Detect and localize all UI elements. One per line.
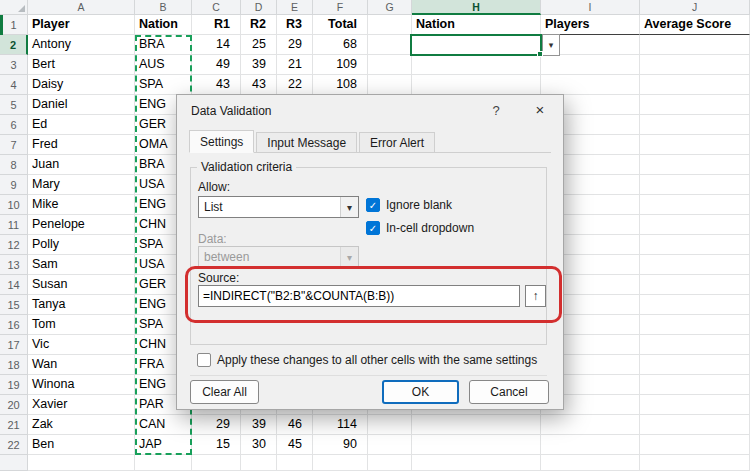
cell-J3[interactable]: [640, 55, 750, 75]
cell-I21[interactable]: [541, 415, 640, 435]
cell-B2[interactable]: BRA: [135, 35, 192, 55]
row-header-2[interactable]: 2: [0, 35, 28, 55]
column-header-F[interactable]: F: [313, 0, 368, 15]
cell-J12[interactable]: [640, 235, 750, 255]
row-header-14[interactable]: 14: [0, 275, 28, 295]
cell-A10[interactable]: Mike: [28, 195, 135, 215]
row-header-19[interactable]: 19: [0, 375, 28, 395]
cell-E21[interactable]: 46: [277, 415, 313, 435]
fill-handle[interactable]: [537, 51, 543, 57]
cell-D21[interactable]: 39: [241, 415, 277, 435]
tab-error-alert[interactable]: Error Alert: [359, 132, 435, 152]
row-header-11[interactable]: 11: [0, 215, 28, 235]
cell-A14[interactable]: Susan: [28, 275, 135, 295]
ignore-blank-checkbox[interactable]: ✓ Ignore blank: [366, 198, 452, 212]
cell-J[interactable]: [640, 455, 750, 471]
cell-C2[interactable]: 14: [192, 35, 241, 55]
cell-F3[interactable]: 109: [313, 55, 368, 75]
cell-G[interactable]: [368, 455, 412, 471]
cell-F2[interactable]: 68: [313, 35, 368, 55]
cell-A5[interactable]: Daniel: [28, 95, 135, 115]
cell-J8[interactable]: [640, 155, 750, 175]
row-header-17[interactable]: 17: [0, 335, 28, 355]
apply-changes-checkbox[interactable]: Apply these changes to all other cells w…: [197, 353, 537, 367]
cell-I22[interactable]: [541, 435, 640, 455]
row-header-6[interactable]: 6: [0, 115, 28, 135]
column-header-B[interactable]: B: [135, 0, 192, 15]
cell-B22[interactable]: JAP: [135, 435, 192, 455]
cell-E[interactable]: [277, 455, 313, 471]
row-header-3[interactable]: 3: [0, 55, 28, 75]
cell-A21[interactable]: Zak: [28, 415, 135, 435]
close-button[interactable]: ×: [529, 100, 551, 120]
cell-A1[interactable]: Player: [28, 15, 135, 35]
row-header-4[interactable]: 4: [0, 75, 28, 95]
cell-J10[interactable]: [640, 195, 750, 215]
cell-B4[interactable]: SPA: [135, 75, 192, 95]
cell-G4[interactable]: [368, 75, 412, 95]
cell-A22[interactable]: Ben: [28, 435, 135, 455]
cell-I3[interactable]: [541, 55, 640, 75]
cell-A20[interactable]: Xavier: [28, 395, 135, 415]
clear-all-button[interactable]: Clear All: [190, 380, 259, 404]
cell-B[interactable]: [135, 455, 192, 471]
cell-H22[interactable]: [412, 435, 541, 455]
cell-J1[interactable]: Average Score: [640, 15, 750, 35]
collapse-dialog-button[interactable]: ↑: [525, 285, 546, 307]
cell-F1[interactable]: Total: [313, 15, 368, 35]
cell-J7[interactable]: [640, 135, 750, 155]
row-header-7[interactable]: 7: [0, 135, 28, 155]
cell-J6[interactable]: [640, 115, 750, 135]
cell-A19[interactable]: Winona: [28, 375, 135, 395]
row-header-18[interactable]: 18: [0, 355, 28, 375]
cell-E2[interactable]: 29: [277, 35, 313, 55]
cell-A4[interactable]: Daisy: [28, 75, 135, 95]
cell-E4[interactable]: 22: [277, 75, 313, 95]
select-all-button[interactable]: [0, 0, 28, 15]
cell-J21[interactable]: [640, 415, 750, 435]
column-header-A[interactable]: A: [28, 0, 135, 15]
cell-H3[interactable]: [412, 55, 541, 75]
cell-D3[interactable]: 39: [241, 55, 277, 75]
column-header-J[interactable]: J: [640, 0, 750, 15]
cell-A6[interactable]: Ed: [28, 115, 135, 135]
cell-I[interactable]: [541, 455, 640, 471]
cell-D1[interactable]: R2: [241, 15, 277, 35]
cell-I4[interactable]: [541, 75, 640, 95]
cell-A13[interactable]: Sam: [28, 255, 135, 275]
cell-G1[interactable]: [368, 15, 412, 35]
cell-H[interactable]: [412, 455, 541, 471]
tab-input-message[interactable]: Input Message: [256, 132, 357, 152]
row-header-16[interactable]: 16: [0, 315, 28, 335]
cell-F22[interactable]: 90: [313, 435, 368, 455]
cell-A9[interactable]: Mary: [28, 175, 135, 195]
row-header-partial[interactable]: [0, 455, 28, 471]
row-header-13[interactable]: 13: [0, 255, 28, 275]
row-header-1[interactable]: 1: [0, 15, 28, 35]
cell-J16[interactable]: [640, 315, 750, 335]
cell-J4[interactable]: [640, 75, 750, 95]
cell-J20[interactable]: [640, 395, 750, 415]
cell-B1[interactable]: Nation: [135, 15, 192, 35]
cell-A[interactable]: [28, 455, 135, 471]
cell-G21[interactable]: [368, 415, 412, 435]
cell-E1[interactable]: R3: [277, 15, 313, 35]
cell-J17[interactable]: [640, 335, 750, 355]
cell-J5[interactable]: [640, 95, 750, 115]
cell-A17[interactable]: Vic: [28, 335, 135, 355]
cell-H21[interactable]: [412, 415, 541, 435]
cell-J11[interactable]: [640, 215, 750, 235]
cell-A7[interactable]: Fred: [28, 135, 135, 155]
cell-A11[interactable]: Penelope: [28, 215, 135, 235]
row-header-12[interactable]: 12: [0, 235, 28, 255]
in-cell-dropdown-button[interactable]: ▾: [542, 34, 560, 56]
row-header-15[interactable]: 15: [0, 295, 28, 315]
cell-H1[interactable]: Nation: [412, 15, 541, 35]
cell-D22[interactable]: 30: [241, 435, 277, 455]
row-header-9[interactable]: 9: [0, 175, 28, 195]
help-button[interactable]: ?: [487, 102, 505, 120]
cancel-button[interactable]: Cancel: [469, 380, 549, 404]
cell-D2[interactable]: 25: [241, 35, 277, 55]
row-header-21[interactable]: 21: [0, 415, 28, 435]
tab-settings[interactable]: Settings: [189, 130, 254, 153]
